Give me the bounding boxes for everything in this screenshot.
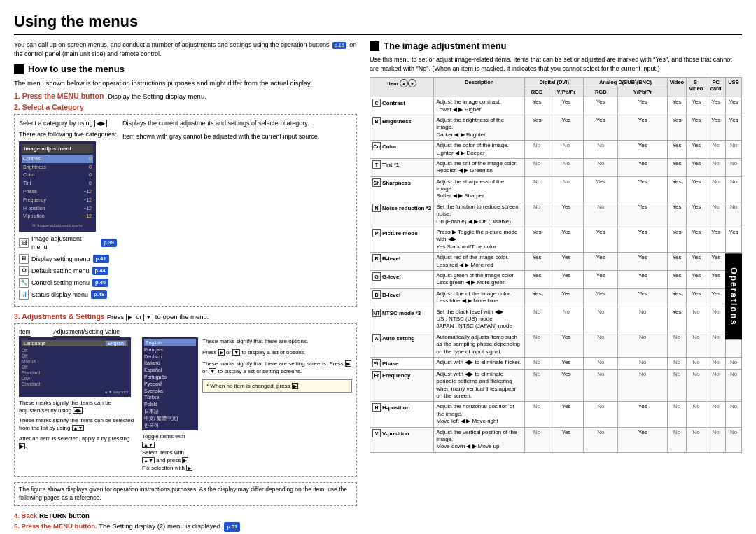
table-row: NNoise reduction *2Set the function to r… — [370, 202, 742, 227]
step1-desc: Display the Setting display menu. — [108, 92, 206, 100]
table-row: HH-positionAdjust the horizontal positio… — [370, 402, 742, 427]
col-ypbpr1: Y/Pb/Pr — [549, 87, 583, 97]
table-row: PhPhaseAdjust with ◀▶ to eliminate flick… — [370, 357, 742, 369]
col-rgb2: RGB — [584, 87, 618, 97]
table-row: BB-levelAdjust blue of the image color. … — [370, 288, 742, 307]
cat-menu-image: Image adjustment Contrast0 Brightness0 C… — [19, 141, 96, 232]
col-svideo: S-video — [687, 78, 706, 97]
image-adj-heading: The image adjustment menu — [370, 41, 742, 51]
table-row: NTNTSC mode *3Set the black level with ◀… — [370, 307, 742, 332]
cat-left: Select a category by using ◀▶. There are… — [19, 119, 117, 301]
section-icon-right — [370, 41, 379, 51]
adj-inner: LanguageEnglish Off Off Manual Off Stand… — [19, 337, 352, 472]
cat-item-control: 🔧 Control setting menu p.46 — [19, 278, 117, 288]
table-row: TTint *1Adjust the tint of the image col… — [370, 158, 742, 176]
table-row: ShSharpnessAdjust the sharpness of the i… — [370, 176, 742, 202]
category-list: 🖼 Image adjustment menu p.39 🖥 Display s… — [19, 234, 117, 300]
cat-item-display: 🖥 Display setting menu p.41 — [19, 254, 117, 264]
intro-text: You can call up on-screen menus, and con… — [14, 41, 357, 58]
table-row: GG-levelAdjust green of the image color.… — [370, 271, 742, 289]
table-row: RR-levelAdjust red of the image color. L… — [370, 253, 742, 271]
section-icon — [14, 64, 24, 74]
col-ypbpr2: Y/Pb/Pr — [618, 87, 667, 97]
col-desc: Description — [434, 78, 525, 97]
col-rgb1: RGB — [525, 87, 550, 97]
col-usb: USB — [726, 78, 742, 97]
table-row: FrFrequencyAdjust with ◀▶ to eliminate p… — [370, 369, 742, 402]
col-analog: Analog D(SUB)(BNC) — [584, 78, 668, 87]
col-digital: Digital (DVI) — [525, 78, 584, 87]
col-pccard: PC card — [706, 78, 726, 97]
step2-heading: 2. Select a Category — [14, 103, 357, 111]
table-row: CoColorAdjust the color of the image. Li… — [370, 141, 742, 159]
adj-table: Item ▲▼ Description Digital (DVI) Analog… — [370, 77, 742, 453]
category-box: Select a category by using ◀▶. There are… — [14, 114, 357, 306]
adjustments-section: Item Adjustment/Setting Value LanguageEn… — [14, 323, 357, 477]
table-intro: Use this menu to set or adjust image-rel… — [370, 55, 742, 73]
steps-bottom: 4. Back RETURN button 5. Press the MENU … — [14, 510, 357, 534]
cat-item-default: ⚙ Default setting menu p.44 — [19, 266, 117, 276]
adj-lang-list: English FrançaisDeutschItalianoEspañolPo… — [142, 337, 198, 472]
cat-item-image: 🖼 Image adjustment menu p.39 — [19, 234, 117, 252]
adj-main-screen: LanguageEnglish Off Off Manual Off Stand… — [19, 337, 138, 472]
table-row: BBrightnessAdjust the brightness of the … — [370, 115, 742, 140]
section-subtitle: The menu shown below is for operation in… — [14, 78, 357, 87]
table-row: AAuto settingAutomatically adjusts items… — [370, 332, 742, 357]
adj-right-notes: These marks signify that there are optio… — [202, 337, 352, 472]
cat-item-status: 📊 Status display menu p.48 — [19, 290, 117, 300]
figure-note: The figure shows displays given for oper… — [14, 482, 357, 506]
how-to-use-heading: How to use the menus — [14, 64, 357, 74]
step3-heading: 3. Adjustments & Settings Press ▶ or ▼ t… — [14, 312, 357, 321]
col-item: Item ▲▼ — [370, 78, 434, 97]
cat-right: Displays the current adjustments and set… — [122, 119, 352, 301]
table-row: PPicture modePress ▶ Toggle the picture … — [370, 227, 742, 253]
when-no-item-note: * When no item is changed, press ▶ — [202, 379, 352, 393]
operations-tab: Operations — [725, 253, 742, 339]
table-row: CContrastAdjust the image contrast. Lowe… — [370, 97, 742, 115]
step1: 1. Press the MENU button Display the Set… — [14, 92, 357, 100]
right-column: Operations The image adjustment menu Use… — [370, 41, 742, 534]
table-row: VV-positionAdjust the vertical position … — [370, 427, 742, 452]
page-title: Using the menus — [14, 13, 742, 35]
col-video: Video — [667, 78, 686, 97]
